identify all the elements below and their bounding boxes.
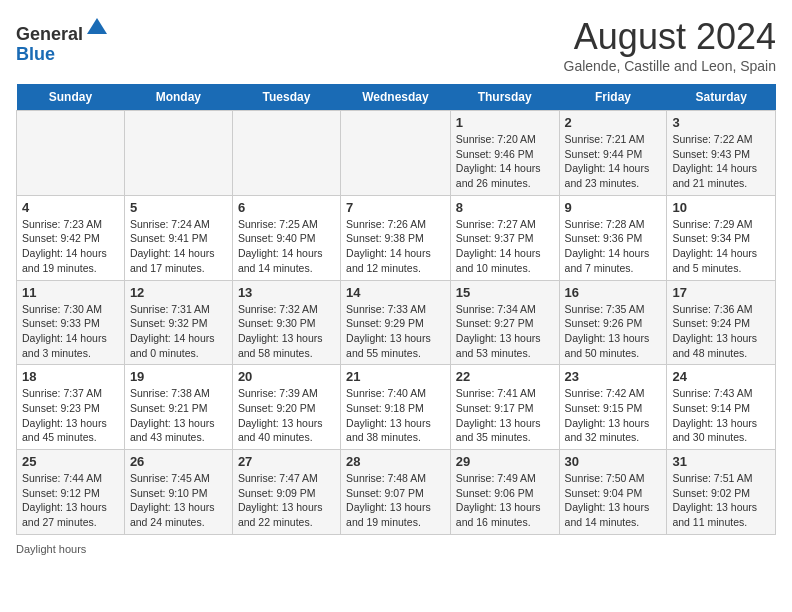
cell-info: Sunrise: 7:40 AM Sunset: 9:18 PM Dayligh… xyxy=(346,386,445,445)
calendar-cell: 20Sunrise: 7:39 AM Sunset: 9:20 PM Dayli… xyxy=(232,365,340,450)
date-number: 30 xyxy=(565,454,662,469)
week-row-5: 25Sunrise: 7:44 AM Sunset: 9:12 PM Dayli… xyxy=(17,450,776,535)
cell-info: Sunrise: 7:22 AM Sunset: 9:43 PM Dayligh… xyxy=(672,132,770,191)
calendar-cell: 4Sunrise: 7:23 AM Sunset: 9:42 PM Daylig… xyxy=(17,195,125,280)
calendar-cell: 24Sunrise: 7:43 AM Sunset: 9:14 PM Dayli… xyxy=(667,365,776,450)
day-header-monday: Monday xyxy=(124,84,232,111)
day-header-sunday: Sunday xyxy=(17,84,125,111)
cell-info: Sunrise: 7:39 AM Sunset: 9:20 PM Dayligh… xyxy=(238,386,335,445)
cell-info: Sunrise: 7:44 AM Sunset: 9:12 PM Dayligh… xyxy=(22,471,119,530)
date-number: 8 xyxy=(456,200,554,215)
cell-info: Sunrise: 7:41 AM Sunset: 9:17 PM Dayligh… xyxy=(456,386,554,445)
calendar-cell: 11Sunrise: 7:30 AM Sunset: 9:33 PM Dayli… xyxy=(17,280,125,365)
date-number: 21 xyxy=(346,369,445,384)
cell-info: Sunrise: 7:27 AM Sunset: 9:37 PM Dayligh… xyxy=(456,217,554,276)
cell-info: Sunrise: 7:33 AM Sunset: 9:29 PM Dayligh… xyxy=(346,302,445,361)
cell-info: Sunrise: 7:50 AM Sunset: 9:04 PM Dayligh… xyxy=(565,471,662,530)
calendar-cell: 23Sunrise: 7:42 AM Sunset: 9:15 PM Dayli… xyxy=(559,365,667,450)
calendar-cell: 2Sunrise: 7:21 AM Sunset: 9:44 PM Daylig… xyxy=(559,111,667,196)
header-row: SundayMondayTuesdayWednesdayThursdayFrid… xyxy=(17,84,776,111)
date-number: 6 xyxy=(238,200,335,215)
day-header-saturday: Saturday xyxy=(667,84,776,111)
week-row-2: 4Sunrise: 7:23 AM Sunset: 9:42 PM Daylig… xyxy=(17,195,776,280)
day-header-thursday: Thursday xyxy=(450,84,559,111)
header: General Blue August 2024 Galende, Castil… xyxy=(16,16,776,74)
calendar-cell: 10Sunrise: 7:29 AM Sunset: 9:34 PM Dayli… xyxy=(667,195,776,280)
cell-info: Sunrise: 7:31 AM Sunset: 9:32 PM Dayligh… xyxy=(130,302,227,361)
cell-info: Sunrise: 7:37 AM Sunset: 9:23 PM Dayligh… xyxy=(22,386,119,445)
cell-info: Sunrise: 7:42 AM Sunset: 9:15 PM Dayligh… xyxy=(565,386,662,445)
main-title: August 2024 xyxy=(564,16,776,58)
calendar-cell: 12Sunrise: 7:31 AM Sunset: 9:32 PM Dayli… xyxy=(124,280,232,365)
logo-blue: Blue xyxy=(16,44,55,64)
calendar-cell: 21Sunrise: 7:40 AM Sunset: 9:18 PM Dayli… xyxy=(341,365,451,450)
cell-info: Sunrise: 7:48 AM Sunset: 9:07 PM Dayligh… xyxy=(346,471,445,530)
footer: Daylight hours xyxy=(16,543,776,555)
cell-info: Sunrise: 7:38 AM Sunset: 9:21 PM Dayligh… xyxy=(130,386,227,445)
week-row-1: 1Sunrise: 7:20 AM Sunset: 9:46 PM Daylig… xyxy=(17,111,776,196)
cell-info: Sunrise: 7:25 AM Sunset: 9:40 PM Dayligh… xyxy=(238,217,335,276)
cell-info: Sunrise: 7:51 AM Sunset: 9:02 PM Dayligh… xyxy=(672,471,770,530)
calendar-cell xyxy=(232,111,340,196)
cell-info: Sunrise: 7:35 AM Sunset: 9:26 PM Dayligh… xyxy=(565,302,662,361)
date-number: 9 xyxy=(565,200,662,215)
cell-info: Sunrise: 7:20 AM Sunset: 9:46 PM Dayligh… xyxy=(456,132,554,191)
calendar-cell: 22Sunrise: 7:41 AM Sunset: 9:17 PM Dayli… xyxy=(450,365,559,450)
cell-info: Sunrise: 7:36 AM Sunset: 9:24 PM Dayligh… xyxy=(672,302,770,361)
cell-info: Sunrise: 7:47 AM Sunset: 9:09 PM Dayligh… xyxy=(238,471,335,530)
cell-info: Sunrise: 7:28 AM Sunset: 9:36 PM Dayligh… xyxy=(565,217,662,276)
date-number: 7 xyxy=(346,200,445,215)
week-row-4: 18Sunrise: 7:37 AM Sunset: 9:23 PM Dayli… xyxy=(17,365,776,450)
calendar-cell: 27Sunrise: 7:47 AM Sunset: 9:09 PM Dayli… xyxy=(232,450,340,535)
day-header-tuesday: Tuesday xyxy=(232,84,340,111)
svg-marker-0 xyxy=(87,18,107,34)
date-number: 23 xyxy=(565,369,662,384)
calendar-cell: 8Sunrise: 7:27 AM Sunset: 9:37 PM Daylig… xyxy=(450,195,559,280)
date-number: 28 xyxy=(346,454,445,469)
calendar-cell: 29Sunrise: 7:49 AM Sunset: 9:06 PM Dayli… xyxy=(450,450,559,535)
cell-info: Sunrise: 7:32 AM Sunset: 9:30 PM Dayligh… xyxy=(238,302,335,361)
calendar-cell: 26Sunrise: 7:45 AM Sunset: 9:10 PM Dayli… xyxy=(124,450,232,535)
calendar-cell: 31Sunrise: 7:51 AM Sunset: 9:02 PM Dayli… xyxy=(667,450,776,535)
calendar-cell: 30Sunrise: 7:50 AM Sunset: 9:04 PM Dayli… xyxy=(559,450,667,535)
cell-info: Sunrise: 7:29 AM Sunset: 9:34 PM Dayligh… xyxy=(672,217,770,276)
calendar-cell: 13Sunrise: 7:32 AM Sunset: 9:30 PM Dayli… xyxy=(232,280,340,365)
calendar-cell xyxy=(341,111,451,196)
date-number: 5 xyxy=(130,200,227,215)
logo-text: General Blue xyxy=(16,16,109,65)
cell-info: Sunrise: 7:24 AM Sunset: 9:41 PM Dayligh… xyxy=(130,217,227,276)
cell-info: Sunrise: 7:45 AM Sunset: 9:10 PM Dayligh… xyxy=(130,471,227,530)
calendar-cell: 28Sunrise: 7:48 AM Sunset: 9:07 PM Dayli… xyxy=(341,450,451,535)
date-number: 17 xyxy=(672,285,770,300)
logo-icon xyxy=(85,16,109,40)
calendar-cell: 1Sunrise: 7:20 AM Sunset: 9:46 PM Daylig… xyxy=(450,111,559,196)
calendar-cell: 9Sunrise: 7:28 AM Sunset: 9:36 PM Daylig… xyxy=(559,195,667,280)
logo-general: General xyxy=(16,24,83,44)
calendar-cell: 15Sunrise: 7:34 AM Sunset: 9:27 PM Dayli… xyxy=(450,280,559,365)
subtitle: Galende, Castille and Leon, Spain xyxy=(564,58,776,74)
date-number: 1 xyxy=(456,115,554,130)
calendar-cell xyxy=(124,111,232,196)
date-number: 25 xyxy=(22,454,119,469)
date-number: 15 xyxy=(456,285,554,300)
calendar-cell: 25Sunrise: 7:44 AM Sunset: 9:12 PM Dayli… xyxy=(17,450,125,535)
date-number: 31 xyxy=(672,454,770,469)
cell-info: Sunrise: 7:26 AM Sunset: 9:38 PM Dayligh… xyxy=(346,217,445,276)
calendar-cell: 18Sunrise: 7:37 AM Sunset: 9:23 PM Dayli… xyxy=(17,365,125,450)
cell-info: Sunrise: 7:21 AM Sunset: 9:44 PM Dayligh… xyxy=(565,132,662,191)
calendar-cell: 14Sunrise: 7:33 AM Sunset: 9:29 PM Dayli… xyxy=(341,280,451,365)
date-number: 20 xyxy=(238,369,335,384)
date-number: 18 xyxy=(22,369,119,384)
date-number: 3 xyxy=(672,115,770,130)
day-header-wednesday: Wednesday xyxy=(341,84,451,111)
date-number: 27 xyxy=(238,454,335,469)
date-number: 2 xyxy=(565,115,662,130)
date-number: 14 xyxy=(346,285,445,300)
date-number: 12 xyxy=(130,285,227,300)
date-number: 13 xyxy=(238,285,335,300)
cell-info: Sunrise: 7:23 AM Sunset: 9:42 PM Dayligh… xyxy=(22,217,119,276)
date-number: 22 xyxy=(456,369,554,384)
day-header-friday: Friday xyxy=(559,84,667,111)
date-number: 10 xyxy=(672,200,770,215)
calendar-cell: 17Sunrise: 7:36 AM Sunset: 9:24 PM Dayli… xyxy=(667,280,776,365)
